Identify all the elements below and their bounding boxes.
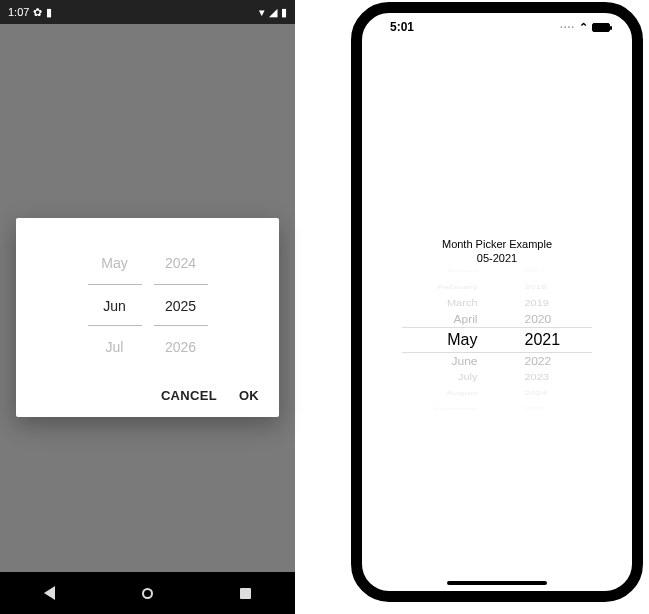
wifi-icon: ⌃ — [579, 21, 588, 34]
cellular-dots-icon: ···· — [560, 22, 575, 33]
year-selected[interactable]: 2025 — [154, 284, 208, 326]
gear-icon: ✿ — [33, 6, 42, 19]
ios-month-column[interactable]: JanuaryFebruaryMarchAprilMayJuneJulyAugu… — [362, 276, 484, 404]
android-nav-bar — [0, 572, 295, 614]
android-wheel-picker[interactable]: May Jun Jul 2024 2025 2026 — [32, 234, 263, 380]
picker-item[interactable]: August — [362, 388, 478, 397]
ios-clock: 5:01 — [390, 20, 414, 34]
android-clock: 1:07 — [8, 6, 29, 18]
picker-item[interactable]: March — [362, 297, 478, 309]
picker-item[interactable]: 2017 — [525, 268, 633, 274]
battery-icon: ▮ — [281, 6, 287, 19]
page-title-block: Month Picker Example 05-2021 — [362, 237, 632, 266]
home-indicator[interactable] — [447, 581, 547, 585]
picker-item[interactable]: 2023 — [525, 371, 633, 383]
picker-item[interactable]: May — [362, 327, 478, 353]
picker-item[interactable]: February — [362, 282, 478, 291]
picker-item[interactable]: 2020 — [525, 311, 633, 325]
picker-item[interactable]: April — [362, 311, 478, 325]
ios-status-bar: 5:01 ···· ⌃ — [362, 13, 632, 41]
picker-item[interactable]: 2019 — [525, 297, 633, 309]
ios-wheel-picker[interactable]: JanuaryFebruaryMarchAprilMayJuneJulyAugu… — [362, 276, 632, 404]
picker-item[interactable]: 2021 — [525, 327, 633, 353]
ios-device-frame: 5:01 ···· ⌃ Month Picker Example 05-2021… — [351, 2, 643, 602]
picker-item[interactable]: January — [362, 268, 478, 274]
year-above[interactable]: 2024 — [154, 242, 208, 284]
sim-icon: ▮ — [46, 6, 52, 19]
picker-item[interactable]: June — [362, 353, 478, 367]
page-title: Month Picker Example — [362, 237, 632, 251]
dialog-actions: CANCEL OK — [32, 380, 263, 409]
month-picker-dialog: May Jun Jul 2024 2025 2026 CANCEL OK — [16, 218, 279, 417]
month-below[interactable]: Jul — [88, 326, 142, 368]
signal-icon: ◢ — [269, 6, 277, 19]
picker-item[interactable]: 2025 — [525, 406, 633, 412]
month-above[interactable]: May — [88, 242, 142, 284]
android-status-bar: 1:07 ✿ ▮ ▾ ◢ ▮ — [0, 0, 295, 24]
month-selected[interactable]: Jun — [88, 284, 142, 326]
picker-item[interactable]: 2018 — [525, 282, 633, 291]
cancel-button[interactable]: CANCEL — [161, 388, 217, 403]
ios-outer: 5:01 ···· ⌃ Month Picker Example 05-2021… — [345, 0, 649, 614]
home-icon[interactable] — [142, 588, 153, 599]
page-subtitle: 05-2021 — [362, 251, 632, 265]
frame-gap — [295, 0, 345, 614]
back-icon[interactable] — [44, 586, 55, 600]
picker-item[interactable]: 2022 — [525, 353, 633, 367]
android-device-frame: 1:07 ✿ ▮ ▾ ◢ ▮ May Jun Jul 2024 2025 202… — [0, 0, 295, 614]
year-column[interactable]: 2024 2025 2026 — [154, 242, 208, 368]
picker-item[interactable]: September — [362, 406, 478, 412]
battery-icon — [592, 23, 610, 32]
picker-item[interactable]: July — [362, 371, 478, 383]
wifi-icon: ▾ — [259, 6, 265, 19]
picker-item[interactable]: 2024 — [525, 388, 633, 397]
year-below[interactable]: 2026 — [154, 326, 208, 368]
recents-icon[interactable] — [240, 588, 251, 599]
ok-button[interactable]: OK — [239, 388, 259, 403]
month-column[interactable]: May Jun Jul — [88, 242, 142, 368]
ios-year-column[interactable]: 201720182019202020212022202320242025 — [511, 276, 633, 404]
